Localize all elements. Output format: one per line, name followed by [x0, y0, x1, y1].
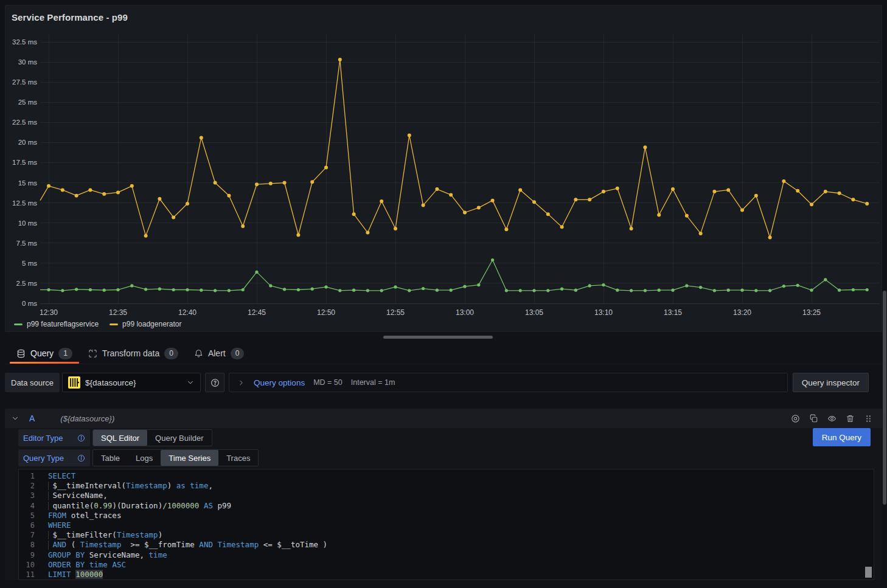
code-line[interactable]: 2 $__timeInterval(Timestamp) as time, [19, 481, 874, 491]
collapse-query-button[interactable] [11, 414, 19, 423]
transform-icon [88, 349, 97, 358]
tab-label: Transform data [102, 348, 159, 358]
tab-count-badge: 0 [231, 348, 245, 359]
svg-text:12:55: 12:55 [386, 308, 405, 317]
query-type-time-series[interactable]: Time Series [161, 450, 218, 466]
clickhouse-datasource-icon [68, 376, 80, 389]
code-line[interactable]: 6WHERE [19, 521, 874, 530]
svg-text:32.5 ms: 32.5 ms [12, 38, 37, 46]
svg-text:5 ms: 5 ms [22, 260, 37, 267]
interval-value: Interval = 1m [351, 378, 395, 387]
legend-series-color [14, 323, 23, 325]
line-number: 8 [19, 540, 35, 550]
query-options-bar[interactable]: Query options MD = 50 Interval = 1m [229, 373, 788, 392]
editor-type-label-text: Editor Type [23, 434, 63, 443]
code-text: ORDER BY time ASC [48, 560, 126, 570]
copy-icon [809, 414, 818, 423]
tab-label: Query [30, 348, 54, 358]
query-action-copy-button[interactable] [805, 411, 821, 426]
timeseries-panel: Service Performance - p99 12:3012:3512:4… [5, 5, 882, 332]
query-ref-id: A [29, 413, 35, 423]
legend-series-color [110, 323, 118, 325]
datasource-help-button[interactable] [205, 373, 224, 392]
line-number: 7 [19, 530, 35, 540]
code-text: AND ( Timestamp >= $__fromTime AND Times… [48, 540, 327, 550]
code-text: $__timeFilter(Timestamp) [48, 530, 162, 540]
svg-text:20 ms: 20 ms [18, 139, 38, 146]
code-line[interactable]: 3 ServiceName, [19, 491, 874, 500]
svg-text:25 ms: 25 ms [18, 99, 38, 106]
query-type-row: Query Type TableLogsTime SeriesTraces [18, 449, 259, 466]
svg-text:30 ms: 30 ms [18, 58, 38, 66]
code-line[interactable]: 1SELECT [19, 471, 874, 481]
legend-item[interactable]: p99 featureflagservice [14, 320, 99, 328]
chevron-down-icon [186, 378, 195, 387]
svg-text:7.5 ms: 7.5 ms [16, 240, 37, 247]
line-number: 5 [19, 511, 35, 521]
sql-code: 1SELECT2 $__timeInterval(Timestamp) as t… [19, 471, 874, 579]
query-action-record-circle-button[interactable] [787, 411, 803, 426]
tab-query[interactable]: Query1 [9, 343, 80, 364]
chevron-down-icon [11, 414, 19, 423]
editor-type-sql-editor[interactable]: SQL Editor [93, 430, 147, 446]
code-text: GROUP BY ServiceName, time [48, 550, 167, 560]
query-toolbar: Data source ${datasource} Query options … [5, 373, 882, 392]
trash-icon [846, 414, 855, 423]
query-datasource-hint: (${datasource}) [60, 414, 114, 423]
code-text: quantile(0.99)(Duration)/1000000 AS p99 [48, 501, 231, 511]
query-options-label: Query options [254, 378, 305, 387]
tab-alert[interactable]: Alert0 [186, 343, 252, 364]
chevron-right-icon [237, 379, 245, 387]
svg-text:22.5 ms: 22.5 ms [12, 119, 37, 126]
code-line[interactable]: 5FROM otel_traces [19, 511, 874, 521]
code-line[interactable]: 11LIMIT 100000 [19, 570, 874, 579]
sql-editor[interactable]: 1SELECT2 $__timeInterval(Timestamp) as t… [18, 469, 874, 580]
tab-transform-data[interactable]: Transform data0 [80, 343, 186, 364]
query-editor-card: A (${datasource}) Editor Type SQL Editor… [5, 409, 882, 580]
info-circle-icon[interactable] [77, 434, 85, 442]
line-number: 1 [19, 471, 35, 481]
timeseries-plot[interactable]: 12:3012:3512:4012:4512:5012:5513:0013:05… [5, 5, 883, 319]
code-line[interactable]: 8 AND ( Timestamp >= $__fromTime AND Tim… [19, 540, 874, 550]
legend-item[interactable]: p99 loadgenerator [110, 320, 181, 328]
svg-text:10 ms: 10 ms [18, 220, 38, 227]
query-type-logs[interactable]: Logs [128, 450, 161, 466]
svg-text:13:00: 13:00 [456, 308, 474, 317]
bell-icon [194, 349, 203, 358]
max-data-points-value: MD = 50 [313, 378, 343, 387]
line-number: 4 [19, 501, 35, 511]
svg-text:12:50: 12:50 [317, 308, 335, 317]
code-line[interactable]: 10ORDER BY time ASC [19, 560, 874, 570]
svg-text:13:15: 13:15 [664, 308, 682, 317]
code-text: WHERE [48, 521, 71, 530]
query-inspector-button[interactable]: Query inspector [793, 373, 869, 392]
horizontal-scrollbar-thumb[interactable] [383, 336, 493, 339]
page-scrollbar-thumb[interactable] [883, 291, 886, 505]
editor-type-label: Editor Type [18, 429, 90, 446]
svg-text:12:40: 12:40 [178, 308, 197, 317]
line-number: 11 [19, 570, 35, 579]
info-circle-icon[interactable] [77, 454, 85, 462]
record-circle-icon [791, 414, 800, 423]
query-type-traces[interactable]: Traces [218, 450, 258, 466]
svg-text:2.5 ms: 2.5 ms [16, 280, 37, 287]
code-line[interactable]: 9GROUP BY ServiceName, time [19, 550, 874, 560]
code-line[interactable]: 7 $__timeFilter(Timestamp) [19, 530, 874, 540]
query-type-table[interactable]: Table [93, 450, 128, 466]
editor-type-row: Editor Type SQL EditorQuery Builder [18, 429, 212, 446]
datasource-picker[interactable]: ${datasource} [62, 373, 201, 392]
editor-type-group: SQL EditorQuery Builder [92, 429, 212, 446]
tab-count-badge: 1 [58, 348, 72, 359]
code-line[interactable]: 4 quantile(0.99)(Duration)/1000000 AS p9… [19, 501, 874, 511]
query-row-actions [787, 411, 876, 426]
eye-icon [827, 414, 837, 423]
editor-type-query-builder[interactable]: Query Builder [147, 430, 211, 446]
query-action-eye-button[interactable] [824, 411, 840, 426]
svg-text:13:20: 13:20 [733, 308, 751, 317]
line-number: 3 [19, 491, 35, 500]
query-action-trash-button[interactable] [842, 411, 858, 426]
query-action-drag-handle-button[interactable] [860, 411, 876, 426]
svg-text:17.5 ms: 17.5 ms [12, 159, 37, 166]
run-query-button[interactable]: Run Query [813, 428, 871, 446]
tab-count-badge: 0 [164, 348, 178, 359]
